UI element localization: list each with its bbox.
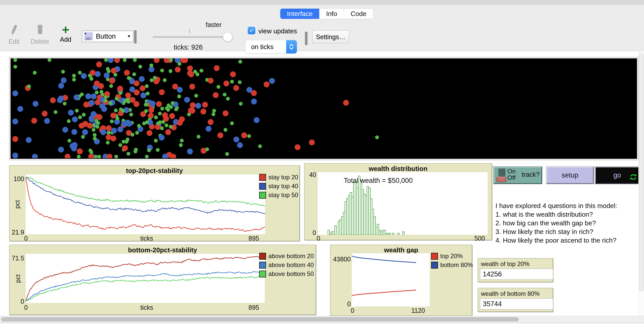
monitor-wealth-top20: wealth of top 20% 14256 [478, 258, 553, 282]
turtle-dot [104, 58, 108, 62]
monitor-label: wealth of top 20% [481, 260, 530, 268]
turtle-dot [154, 58, 159, 63]
turtle-dot [195, 103, 201, 109]
turtle-dot [230, 80, 234, 83]
edit-button[interactable]: Edit [3, 24, 25, 45]
speed-slider-thumb[interactable] [223, 32, 232, 42]
view-updates-label: view updates [258, 27, 297, 35]
horizontal-scrollbar[interactable] [0, 316, 644, 323]
track-switch[interactable]: On Off track? [493, 167, 542, 184]
world-view[interactable] [9, 57, 638, 160]
turtle-dot [158, 112, 162, 115]
turtle-dot [12, 136, 18, 142]
turtle-dot [106, 134, 111, 140]
legend-item: above bottom 20 [259, 253, 314, 260]
turtle-dot [163, 78, 167, 82]
plot-canvas [26, 254, 265, 303]
tab-code[interactable]: Code [344, 9, 373, 19]
plot-bottom-20pct-stability: bottom-20pct-stability 71.5 0 pct 0 tick… [9, 245, 316, 315]
widget-chooser-value: Button [96, 33, 127, 40]
turtle-dot [12, 91, 18, 96]
turtle-dot [213, 92, 219, 98]
turtle-dot [226, 97, 230, 101]
turtle-dot [123, 58, 127, 62]
turtle-dot [77, 149, 83, 154]
turtle-dot [109, 101, 112, 105]
turtle-dot [114, 109, 118, 112]
toolbar: Interface Info Code Edit Delete + Add ab… [0, 4, 644, 51]
tab-interface[interactable]: Interface [280, 9, 319, 19]
speed-slider[interactable] [153, 36, 230, 38]
turtle-dot [121, 109, 125, 113]
switch-knob[interactable] [496, 177, 506, 182]
turtle-dot [48, 58, 51, 62]
legend-color-swatch [259, 262, 266, 269]
turtle-dot [154, 139, 158, 143]
turtle-dot [71, 129, 77, 135]
turtle-dot [254, 117, 259, 123]
x-axis-min: 0 [317, 235, 320, 242]
turtle-dot [159, 135, 165, 141]
turtle-dot [241, 132, 247, 138]
tab-info[interactable]: Info [319, 9, 344, 19]
turtle-dot [74, 94, 79, 100]
turtle-dot [77, 155, 81, 158]
setup-button[interactable]: setup [546, 167, 594, 184]
turtle-dot [202, 102, 208, 108]
y-axis-max: 40 [305, 171, 316, 179]
window-bottom-edge [0, 322, 644, 324]
turtle-dot [196, 72, 199, 76]
turtle-dot [31, 118, 37, 124]
turtle-dot [177, 95, 181, 98]
vertical-scrollbar-thumb[interactable] [639, 53, 644, 291]
turtle-dot [223, 93, 227, 96]
update-mode-select[interactable]: on ticks [245, 40, 297, 54]
turtle-dot [115, 117, 119, 121]
ticks-counter: ticks: 926 [163, 43, 214, 51]
turtle-dot [154, 115, 158, 119]
vertical-scrollbar[interactable] [638, 51, 644, 316]
turtle-dot [95, 71, 101, 77]
widget-chooser[interactable]: abc Button ▼ [82, 31, 133, 42]
turtle-dot [169, 113, 175, 119]
chevron-down-icon: ▼ [127, 34, 131, 39]
legend-color-swatch [259, 253, 266, 260]
turtle-dot [63, 102, 67, 106]
plot-title: top-20pct-stability [9, 167, 299, 175]
turtle-dot [187, 149, 193, 154]
legend-label: stay top 40 [268, 183, 298, 190]
plot-legend: above bottom 20above bottom 40above bott… [259, 253, 314, 279]
turtle-dot [160, 107, 164, 110]
y-axis-max: 71.5 [10, 255, 24, 262]
turtle-dot [148, 107, 154, 113]
turtle-dot [81, 135, 85, 139]
turtle-dot [138, 65, 142, 69]
turtle-dot [167, 104, 170, 107]
turtle-dot [205, 148, 209, 151]
turtle-dot [237, 142, 243, 148]
legend-item: bottom 80% [431, 261, 473, 269]
plot-canvas [352, 253, 430, 306]
turtle-dot [96, 121, 100, 125]
turtle-dot [180, 139, 184, 142]
update-mode-value: on ticks [245, 43, 286, 51]
turtle-dot [62, 127, 68, 133]
legend-item: stay top 50 [259, 192, 298, 199]
go-button[interactable]: go [595, 167, 639, 184]
turtle-dot [165, 129, 171, 135]
view-tabs: Interface Info Code [280, 9, 373, 19]
turtle-dot [184, 97, 190, 103]
turtle-dot [125, 92, 131, 98]
settings-button[interactable]: Settings… [312, 31, 349, 43]
turtle-dot [233, 85, 239, 91]
add-button[interactable]: + Add [54, 24, 77, 43]
turtle-dot [223, 110, 228, 116]
turtle-dot [13, 65, 17, 69]
horizontal-scrollbar-thumb[interactable] [1, 317, 519, 321]
turtle-dot [27, 84, 31, 88]
turtle-dot [32, 154, 38, 158]
legend-color-swatch [431, 253, 438, 260]
delete-button[interactable]: Delete [28, 24, 51, 45]
view-updates-checkbox[interactable]: ✓ [248, 27, 255, 34]
monitor-value: 14256 [480, 269, 553, 280]
